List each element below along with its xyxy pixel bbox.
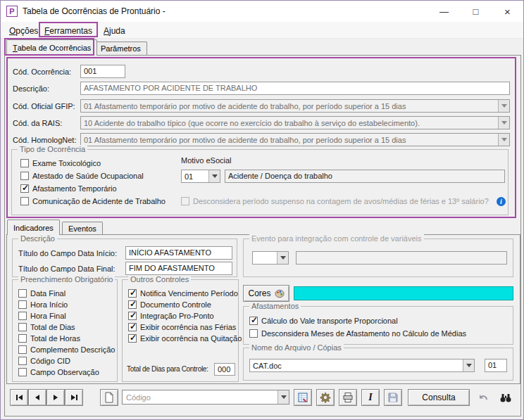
- copias-input[interactable]: 01: [485, 359, 507, 372]
- checkbox-box[interactable]: [249, 317, 258, 325]
- checkbox-box[interactable]: [128, 323, 137, 331]
- motivo-esocial-code-select[interactable]: 01: [181, 170, 220, 183]
- consulta-button[interactable]: Consulta: [408, 389, 470, 406]
- menu-opcoes[interactable]: Opções: [6, 25, 41, 37]
- checkbox-exame-toxicologico[interactable]: Exame Toxicológico: [20, 158, 101, 168]
- outros-controles-title: Outros Controles: [128, 275, 191, 284]
- info-icon[interactable]: [497, 197, 506, 206]
- checkbox-box[interactable]: [18, 357, 27, 365]
- chevron-down-icon[interactable]: [498, 117, 509, 129]
- descricao-input[interactable]: AFASTAMENTO POR ACIDENTE DE TRABALHO: [80, 82, 510, 95]
- find-button[interactable]: [495, 389, 516, 406]
- homolognet-select[interactable]: 01 Afastamento temporário por motivo de …: [80, 133, 510, 146]
- checkbox-box[interactable]: [20, 159, 29, 167]
- gfip-select[interactable]: 01 Afastamento temporário por motivo de …: [80, 99, 510, 113]
- chevron-down-icon[interactable]: [463, 359, 474, 371]
- motivo-esocial-label: Motivo eSocial: [181, 153, 232, 167]
- checkbox-box[interactable]: [18, 323, 27, 331]
- checkbox-box[interactable]: [18, 368, 27, 376]
- checkbox-box[interactable]: [20, 172, 29, 180]
- binoculars-icon: [499, 392, 512, 403]
- chevron-down-icon[interactable]: [277, 252, 288, 264]
- chevron-down-icon[interactable]: [277, 390, 289, 404]
- checkbox-hora-inicio[interactable]: Hora Início: [18, 300, 68, 310]
- titulo-data-final-label: Título do Campo Data Final:: [18, 262, 116, 276]
- checkbox-integracao-pro-ponto[interactable]: Integração Pro-Ponto: [128, 311, 214, 321]
- printer-icon: [342, 392, 354, 403]
- checkbox-box[interactable]: [128, 300, 137, 309]
- arquivo-nome-select[interactable]: CAT.doc: [249, 359, 475, 372]
- checkbox-hora-final[interactable]: Hora Final: [18, 311, 66, 321]
- checkbox-label: Exibir ocorrência na Quitação: [140, 334, 242, 343]
- print-button[interactable]: [339, 389, 357, 406]
- chevron-down-icon[interactable]: [208, 170, 220, 182]
- checkbox-data-final[interactable]: Data Final: [18, 288, 66, 298]
- menu-ferramentas[interactable]: Ferramentas: [42, 25, 95, 37]
- report-button[interactable]: [294, 389, 312, 406]
- checkbox-box[interactable]: [128, 289, 137, 298]
- titlebar: P Tabela de Ocorrências de Prontuário - …: [1, 1, 523, 22]
- save-button[interactable]: [384, 389, 402, 406]
- menu-ajuda[interactable]: Ajuda: [101, 25, 128, 37]
- checkbox-exibir-ocorrencia-quitacao[interactable]: Exibir ocorrência na Quitação: [128, 333, 242, 343]
- cod-ocorrencia-input[interactable]: 001: [80, 65, 125, 78]
- new-record-button[interactable]: [100, 389, 118, 406]
- checkbox-notifica-vencimento-periodo[interactable]: Notifica Vencimento Período: [128, 288, 238, 298]
- nav-prior-button[interactable]: [28, 389, 46, 406]
- maximize-button[interactable]: □: [460, 1, 492, 22]
- nav-next-button[interactable]: [46, 389, 65, 406]
- tipo-ocorrencia-group: Tipo de Ocorrência Exame Toxicológico At…: [11, 149, 509, 215]
- evento-integracao-select[interactable]: [252, 251, 289, 265]
- rais-label: Cód. da RAIS:: [13, 116, 62, 130]
- checkbox-box[interactable]: [128, 334, 137, 343]
- close-button[interactable]: ×: [492, 1, 523, 22]
- checkbox-documento-controle[interactable]: Documento Controle: [128, 300, 211, 310]
- search-combo[interactable]: Código: [122, 390, 289, 405]
- cores-button[interactable]: Cores: [243, 285, 289, 302]
- checkbox-label: Exame Toxicológico: [32, 159, 101, 167]
- checkbox-box[interactable]: [18, 300, 27, 309]
- checkbox-comunicacao-acidente[interactable]: Comunicação de Acidente de Trabalho: [20, 196, 166, 206]
- nav-first-button[interactable]: [10, 389, 28, 406]
- tab-indicadores[interactable]: Indicadores: [7, 219, 60, 235]
- tab-tabela-de-ocorrencias[interactable]: Tabela de Ocorrências: [6, 39, 97, 56]
- tab-eventos[interactable]: Eventos: [62, 222, 103, 234]
- evento-integracao-field: [296, 251, 507, 265]
- color-swatch[interactable]: [294, 286, 513, 300]
- chevron-down-icon[interactable]: [498, 134, 509, 146]
- checkbox-box[interactable]: [18, 345, 27, 354]
- checkbox-box[interactable]: [20, 184, 29, 193]
- nav-last-button[interactable]: [65, 389, 83, 406]
- checkbox-box[interactable]: [20, 197, 29, 205]
- italic-button[interactable]: [361, 389, 380, 406]
- titulo-data-final-input[interactable]: FIM DO AFASTAMENTO: [125, 262, 232, 275]
- rais-select[interactable]: 10 Acidente do trabalho típico (que ocor…: [80, 116, 510, 129]
- minimize-button[interactable]: —: [428, 1, 460, 22]
- checkbox-total-de-dias[interactable]: Total de Dias: [18, 322, 75, 332]
- undo-button[interactable]: [474, 389, 492, 406]
- tools-button[interactable]: [316, 389, 335, 406]
- checkbox-box[interactable]: [249, 329, 258, 338]
- tab-parametros[interactable]: Parâmetros: [94, 42, 147, 55]
- checkbox-box[interactable]: [18, 289, 27, 298]
- evento-integracao-group: Evento para integração com controle de v…: [243, 238, 513, 277]
- checkbox-box[interactable]: [128, 312, 137, 320]
- checkbox-complemento-descricao[interactable]: Complemento Descrição: [18, 345, 115, 355]
- total-dias-controle-input[interactable]: 000: [214, 363, 235, 376]
- checkbox-label: Afastamento Temporário: [32, 184, 117, 193]
- checkbox-atestado-saude[interactable]: Atestado de Saúde Ocupacional: [20, 171, 144, 181]
- titulo-data-inicio-input[interactable]: INÍCIO AFASTAMENTO: [125, 246, 232, 260]
- checkbox-codigo-cid[interactable]: Código CID: [18, 356, 70, 366]
- checkbox-campo-observacao[interactable]: Campo Observação: [18, 367, 99, 377]
- chevron-down-icon[interactable]: [498, 100, 509, 112]
- checkbox-afastamento-temporario[interactable]: Afastamento Temporário: [20, 184, 117, 193]
- app-window: P Tabela de Ocorrências de Prontuário - …: [0, 0, 524, 420]
- checkbox-total-de-horas[interactable]: Total de Horas: [18, 333, 80, 343]
- checkbox-exibir-ocorrencia-ferias[interactable]: Exibir ocorrência nas Férias: [128, 322, 236, 332]
- checkbox-box[interactable]: [18, 312, 27, 320]
- afastamentos-title: Afastamentos: [249, 302, 301, 310]
- checkbox-desconsidera-meses-afastamento[interactable]: Desconsidera Meses de Afastamento no Cál…: [249, 329, 466, 338]
- cores-button-label: Cores: [248, 288, 270, 298]
- checkbox-box[interactable]: [18, 334, 27, 343]
- checkbox-vale-transporte-proporcional[interactable]: Cálculo do Vale transporte Proporcional: [249, 316, 398, 326]
